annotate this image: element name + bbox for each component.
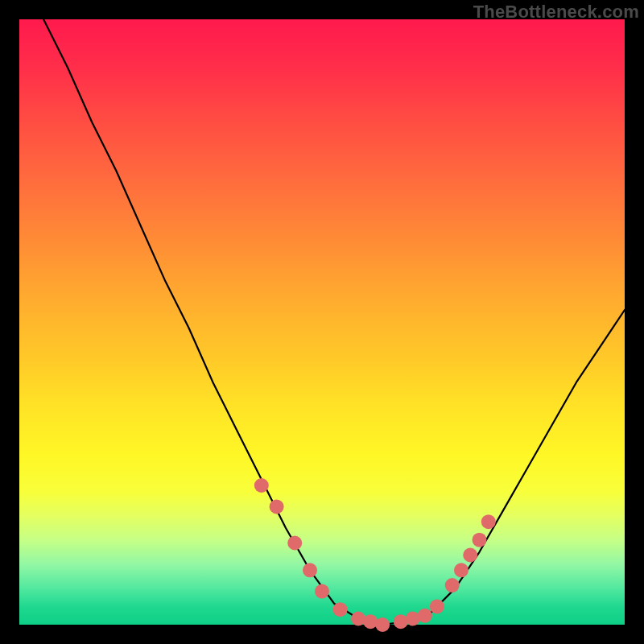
curve-marker — [333, 602, 348, 617]
curve-marker — [463, 548, 477, 563]
curve-marker — [287, 536, 302, 551]
curve-marker — [270, 499, 284, 514]
chart-svg — [19, 19, 625, 625]
curve-marker — [430, 599, 444, 613]
curve-marker — [303, 563, 317, 577]
curve-marker — [454, 563, 469, 577]
curve-marker — [254, 478, 269, 493]
curve-marker — [445, 578, 460, 592]
curve-marker — [481, 514, 496, 529]
plot-area — [19, 19, 625, 625]
curve-marker — [375, 617, 390, 632]
curve-marker — [394, 614, 408, 629]
chart-frame — [19, 19, 625, 625]
curve-marker — [363, 614, 378, 629]
curve-marker — [418, 609, 432, 623]
marker-group — [254, 478, 496, 632]
curve-marker — [406, 612, 420, 626]
curve-marker — [473, 533, 487, 547]
watermark-text: TheBottleneck.com — [473, 2, 639, 23]
curve-marker — [315, 584, 329, 599]
bottleneck-curve — [43, 19, 625, 625]
curve-marker — [351, 612, 365, 626]
